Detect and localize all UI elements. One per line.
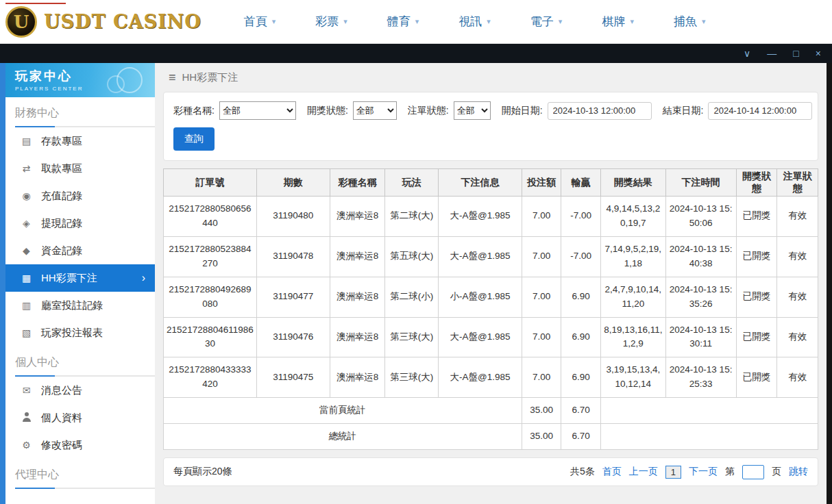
col-bet-time: 下注時間 — [665, 169, 736, 197]
funds-record-icon: ◆ — [21, 245, 32, 256]
cell-draw-status: 已開獎 — [736, 277, 777, 317]
nav-label: 電子 — [530, 14, 554, 29]
draw-status-select[interactable]: 全部 — [353, 101, 397, 120]
cell-lottery-name: 澳洲幸运8 — [330, 197, 384, 237]
cell-bet-amount: 7.00 — [522, 317, 561, 357]
cell-win-loss: -7.00 — [561, 197, 601, 237]
main-content: ≡ HH彩票下注 彩種名稱: 全部 開獎狀態: 全部 注單狀態: — [155, 63, 827, 504]
start-date-input[interactable] — [548, 102, 652, 120]
pagination-bar: 每頁顯示20條 共5条 首页 上一页 1 下一页 第 页 跳转 — [163, 457, 818, 486]
cell-period: 31190478 — [256, 236, 330, 277]
table-row: 2152172880461198630 31190476 澳洲幸运8 第三球(大… — [164, 317, 818, 357]
players-center-subtitle: PLAYERS CENTER — [15, 86, 145, 92]
nav-item-fishing[interactable]: 捕魚▾ — [674, 14, 706, 29]
col-lottery-name: 彩種名稱 — [330, 169, 384, 197]
page-size-text: 每頁顯示20條 — [173, 466, 232, 478]
cell-lottery-name: 澳洲幸运8 — [330, 277, 384, 317]
cell-draw-status: 已開獎 — [736, 357, 777, 398]
total-summary-bet: 35.00 — [522, 424, 561, 450]
cell-play-type: 第三球(大) — [385, 317, 439, 357]
cell-bet-info: 大-A盤@1.985 — [439, 317, 522, 357]
sidebar-item-change-password[interactable]: ⚙ 修改密碼 — [5, 431, 155, 459]
next-page-link[interactable]: 下一页 — [689, 466, 718, 478]
pager: 共5条 首页 上一页 1 下一页 第 页 跳转 — [570, 465, 808, 479]
maximize-icon[interactable]: □ — [793, 49, 798, 58]
sidebar-item-funds-record[interactable]: ◆ 資金記錄 — [5, 237, 155, 264]
withdraw-icon: ⇄ — [21, 163, 32, 174]
nav-item-sports[interactable]: 體育▾ — [387, 14, 419, 29]
sidebar-item-deposit[interactable]: ▤ 存款專區 — [5, 127, 155, 155]
end-date-input[interactable] — [708, 102, 812, 120]
sidebar-item-label: 存款專區 — [41, 135, 82, 148]
sidebar: 玩家中心 PLAYERS CENTER 財務中心 ▤ 存款專區 ⇄ 取款專區 ◉… — [5, 63, 155, 504]
section-finance-center: 財務中心 — [5, 97, 155, 127]
sidebar-item-room-bet-record[interactable]: ▥ 廳室投註記錄 — [5, 292, 155, 319]
cell-draw-status: 已開獎 — [736, 317, 777, 357]
sidebar-item-label: 消息公告 — [41, 384, 82, 397]
sidebar-item-withdraw-record[interactable]: ◈ 提現記錄 — [5, 210, 155, 237]
first-page-link[interactable]: 首页 — [602, 466, 622, 478]
cell-play-type: 第三球(大) — [385, 357, 439, 398]
minimize-icon[interactable]: — — [767, 49, 776, 58]
cell-bet-amount: 7.00 — [522, 197, 561, 237]
cell-bet-info: 大-A盤@1.985 — [439, 357, 522, 398]
total-summary-row: 總統計 35.00 6.70 — [164, 424, 818, 450]
hamburger-icon[interactable]: ≡ — [169, 71, 176, 85]
total-count-text: 共5条 — [570, 466, 595, 478]
cell-bet-time: 2024-10-13 15:30:11 — [665, 317, 736, 357]
sidebar-item-profile[interactable]: 個人資料 — [5, 404, 155, 431]
cell-draw-status: 已開獎 — [736, 236, 777, 277]
nav-item-slots[interactable]: 電子▾ — [530, 14, 563, 29]
section-divider — [15, 488, 155, 489]
section-divider — [15, 375, 155, 377]
close-icon[interactable]: × — [816, 49, 821, 58]
brand-title: USDT CASINO — [44, 11, 201, 32]
order-status-select[interactable]: 全部 — [454, 101, 491, 120]
sidebar-item-hh-lottery-bets[interactable]: ▦ HH彩票下注 › — [5, 264, 155, 292]
search-button[interactable]: 查詢 — [173, 127, 215, 151]
chevron-down-icon: ▾ — [702, 17, 706, 26]
nav-item-home[interactable]: 首頁▾ — [244, 14, 276, 29]
announcement-icon: ✉ — [21, 385, 32, 396]
chevron-down-icon: ▾ — [630, 17, 634, 26]
nav-label: 棋牌 — [602, 14, 625, 29]
prev-page-link[interactable]: 上一页 — [629, 466, 658, 478]
cell-draw-result: 4,9,14,5,13,20,19,7 — [600, 197, 665, 237]
cell-win-loss: 6.90 — [561, 317, 601, 357]
cell-win-loss: 6.90 — [561, 277, 601, 317]
cell-period: 31190475 — [256, 357, 330, 398]
col-bet-amount: 投注額 — [522, 169, 561, 197]
cell-draw-result: 8,19,13,16,11,1,2,9 — [600, 317, 665, 357]
page-summary-winloss: 6.70 — [561, 398, 601, 424]
draw-status-label: 開獎狀態: — [307, 105, 348, 117]
jump-prefix-label: 第 — [725, 466, 735, 478]
cell-period: 31190480 — [256, 197, 330, 237]
sidebar-item-announcements[interactable]: ✉ 消息公告 — [5, 377, 155, 404]
nav-label: 體育 — [387, 14, 411, 29]
page-summary-row: 當前頁統計 35.00 6.70 — [164, 398, 818, 424]
sidebar-item-recharge-record[interactable]: ◉ 充值記錄 — [5, 182, 155, 210]
nav-item-lottery[interactable]: 彩票▾ — [315, 14, 347, 29]
cell-order-status: 有效 — [777, 317, 818, 357]
section-label: 代理中心 — [15, 468, 145, 482]
nav-item-live[interactable]: 視訊▾ — [458, 14, 491, 29]
window-titlebar: ∨ — □ × — [0, 44, 832, 63]
sidebar-item-player-bet-report[interactable]: ▧ 玩家投注報表 — [5, 319, 155, 346]
jump-suffix-label: 页 — [772, 466, 781, 478]
cell-period: 31190477 — [256, 277, 330, 317]
page-jump-input[interactable] — [742, 465, 764, 479]
lottery-name-select[interactable]: 全部 — [219, 101, 296, 120]
cell-bet-info: 小-A盤@1.985 — [439, 277, 522, 317]
table-row: 2152172880433333420 31190475 澳洲幸运8 第三球(大… — [164, 357, 818, 398]
nav-item-cards[interactable]: 棋牌▾ — [602, 14, 634, 29]
chevron-down-icon: ▾ — [272, 17, 276, 26]
deposit-icon: ▤ — [21, 136, 32, 147]
table-row: 2152172880492689080 31190477 澳洲幸运8 第二球(小… — [164, 277, 818, 317]
chevron-down-icon[interactable]: ∨ — [744, 49, 750, 58]
browser-tab-remnant — [5, 0, 66, 4]
sidebar-item-label: 廳室投註記錄 — [41, 299, 103, 312]
jump-button[interactable]: 跳转 — [789, 466, 808, 478]
col-win-loss: 輸贏 — [561, 169, 601, 197]
current-page-indicator[interactable]: 1 — [665, 466, 681, 479]
sidebar-item-withdraw[interactable]: ⇄ 取款專區 — [5, 155, 155, 182]
